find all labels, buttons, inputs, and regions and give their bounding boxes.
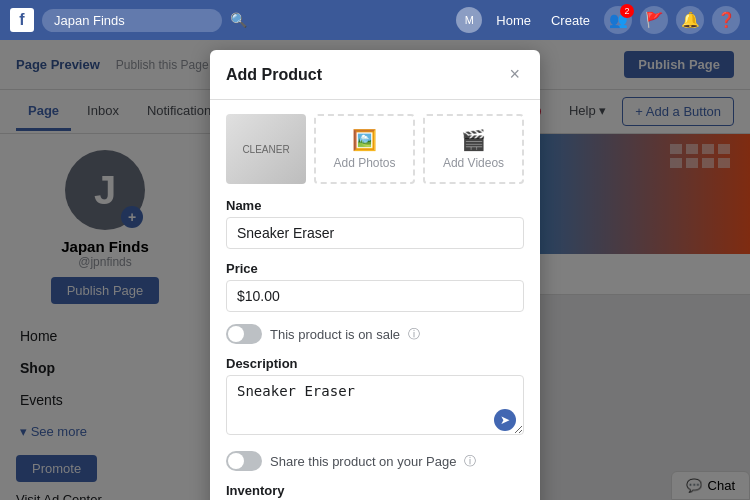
add-videos-label: Add Videos: [443, 156, 504, 170]
nav-create-link[interactable]: Create: [545, 9, 596, 32]
description-label: Description: [226, 356, 524, 371]
share-row: Share this product on your Page ⓘ: [226, 451, 524, 471]
upload-area: CLEANER 🖼️ Add Photos 🎬 Add Videos: [226, 114, 524, 184]
video-icon: 🎬: [461, 128, 486, 152]
on-sale-toggle[interactable]: [226, 324, 262, 344]
add-photos-label: Add Photos: [333, 156, 395, 170]
modal-close-button[interactable]: ×: [505, 64, 524, 85]
share-toggle-thumb: [228, 453, 244, 469]
inventory-label: Inventory: [226, 483, 524, 498]
flag-icon[interactable]: 🚩: [640, 6, 668, 34]
name-label: Name: [226, 198, 524, 213]
add-videos-button[interactable]: 🎬 Add Videos: [423, 114, 524, 184]
search-input[interactable]: [42, 9, 222, 32]
on-sale-row: This product is on sale ⓘ: [226, 324, 524, 344]
modal-header: Add Product ×: [210, 50, 540, 100]
modal-title: Add Product: [226, 66, 322, 84]
modal-body: CLEANER 🖼️ Add Photos 🎬 Add Videos Name: [210, 100, 540, 500]
description-textarea[interactable]: Sneaker Eraser: [226, 375, 524, 435]
bell-icon[interactable]: 🔔: [676, 6, 704, 34]
facebook-navbar: f 🔍 M Home Create 👥2 🚩 🔔 ❓: [0, 0, 750, 40]
nav-left: f 🔍: [10, 8, 247, 32]
price-label: Price: [226, 261, 524, 276]
nav-right: M Home Create 👥2 🚩 🔔 ❓: [456, 6, 740, 34]
photo-icon: 🖼️: [352, 128, 377, 152]
price-group: Price: [226, 261, 524, 312]
add-product-modal: Add Product × CLEANER 🖼️ Add Photos 🎬: [210, 50, 540, 500]
name-input[interactable]: [226, 217, 524, 249]
description-wrapper: Sneaker Eraser ➤: [226, 375, 524, 439]
on-sale-help-icon[interactable]: ⓘ: [408, 326, 420, 343]
nav-home-link[interactable]: Home: [490, 9, 537, 32]
share-help-icon[interactable]: ⓘ: [464, 453, 476, 470]
send-icon[interactable]: ➤: [494, 409, 516, 431]
on-sale-label: This product is on sale: [270, 327, 400, 342]
product-image-preview: CLEANER: [226, 114, 306, 184]
share-toggle[interactable]: [226, 451, 262, 471]
name-group: Name: [226, 198, 524, 249]
description-group: Description Sneaker Eraser ➤: [226, 356, 524, 439]
help-icon[interactable]: ❓: [712, 6, 740, 34]
price-input[interactable]: [226, 280, 524, 312]
page-area: Page Preview Publish this Page so that..…: [0, 40, 750, 500]
avatar: M: [456, 7, 482, 33]
fb-logo-icon[interactable]: f: [10, 8, 34, 32]
inventory-group: Inventory In Stock ⓘ: [226, 483, 524, 500]
add-photos-button[interactable]: 🖼️ Add Photos: [314, 114, 415, 184]
modal-overlay: Add Product × CLEANER 🖼️ Add Photos 🎬: [0, 40, 750, 500]
people-icon[interactable]: 👥2: [604, 6, 632, 34]
search-icon[interactable]: 🔍: [230, 12, 247, 28]
toggle-thumb: [228, 326, 244, 342]
share-label: Share this product on your Page: [270, 454, 456, 469]
